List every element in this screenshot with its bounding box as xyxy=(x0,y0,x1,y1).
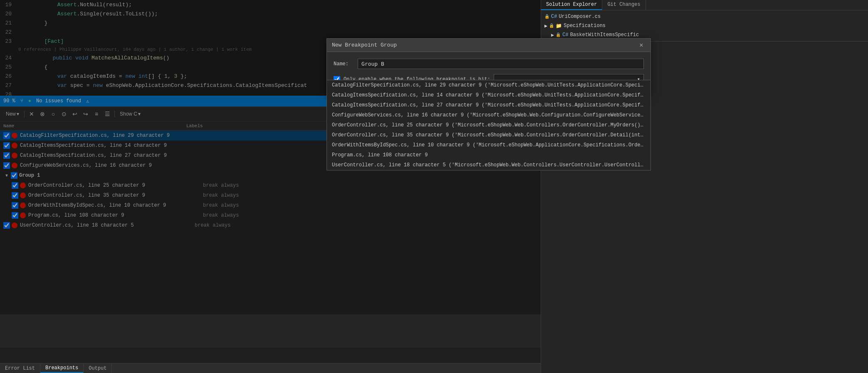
tab-error-list[interactable]: Error List xyxy=(0,363,40,373)
dropdown-item[interactable]: Program.cs, line 108 character 9 xyxy=(327,150,650,160)
dropdown-item[interactable]: OrderController.cs, line 25 character 9 … xyxy=(327,120,650,130)
expand-icon-basket: ▶ xyxy=(551,32,554,38)
tab-label-output: Output xyxy=(89,366,106,371)
tab-git-changes[interactable]: Git Changes xyxy=(602,0,645,10)
cs-file-icon: C# xyxy=(551,14,557,20)
tab-git-label: Git Changes xyxy=(607,2,640,7)
dropdown-item[interactable]: UserController.cs, line 18 character 5 (… xyxy=(327,160,650,170)
sol-item-label: UriComposer.cs xyxy=(559,14,601,20)
dialog-title-bar: New Breakpoint Group × xyxy=(327,39,650,52)
tab-output[interactable]: Output xyxy=(84,363,112,373)
cs-file-icon-2: C# xyxy=(562,32,568,38)
dropdown-item[interactable]: CatalogItemsSpecification.cs, line 14 ch… xyxy=(327,90,650,100)
tab-sol-label: Solution Explorer xyxy=(546,2,597,7)
sol-specs-label: Specifications xyxy=(564,23,606,29)
tab-solution-explorer[interactable]: Solution Explorer xyxy=(541,0,602,10)
breakpoint-dropdown-list[interactable]: CatalogFilterSpecification.cs, line 29 c… xyxy=(326,80,651,170)
sol-item-uricomposer[interactable]: 🔒 C# UriComposer.cs xyxy=(541,12,868,21)
lock-icon-3: 🔒 xyxy=(556,32,561,37)
dialog-title: New Breakpoint Group xyxy=(332,42,397,48)
tab-breakpoints[interactable]: Breakpoints xyxy=(40,363,84,373)
dropdown-item[interactable]: CatalogFilterSpecification.cs, line 29 c… xyxy=(327,80,650,90)
folder-icon-specs: 📁 xyxy=(556,23,562,29)
dialog-name-input[interactable] xyxy=(358,59,644,69)
dropdown-item[interactable]: CatalogItemsSpecification.cs, line 27 ch… xyxy=(327,100,650,110)
tab-label-error-list: Error List xyxy=(5,366,35,371)
bottom-tabs: Error List Breakpoints Output xyxy=(0,363,541,373)
dialog-name-row: Name: xyxy=(334,59,644,69)
expand-icon-specs: ▶ xyxy=(544,23,547,29)
tab-label-breakpoints: Breakpoints xyxy=(45,365,78,371)
dropdown-item[interactable]: OrderWithItemsByIdSpec.cs, line 10 chara… xyxy=(327,140,650,150)
solution-explorer-tabs: Solution Explorer Git Changes xyxy=(541,0,868,10)
dropdown-item[interactable]: ConfigureWebServices.cs, line 16 charact… xyxy=(327,110,650,120)
dropdown-item[interactable]: OrderController.cs, line 35 character 9 … xyxy=(327,130,650,140)
sol-basket-label: BasketWithItemsSpecific xyxy=(570,32,639,38)
dialog-name-label: Name: xyxy=(334,61,354,67)
solution-tree: 🔒 C# UriComposer.cs ▶ 🔒 📁 Specifications… xyxy=(541,10,868,41)
dialog-close-button[interactable]: × xyxy=(637,41,645,49)
lock-icon-2: 🔒 xyxy=(549,23,554,28)
lock-icon: 🔒 xyxy=(544,14,549,19)
sol-item-specifications[interactable]: ▶ 🔒 📁 Specifications xyxy=(541,21,868,30)
